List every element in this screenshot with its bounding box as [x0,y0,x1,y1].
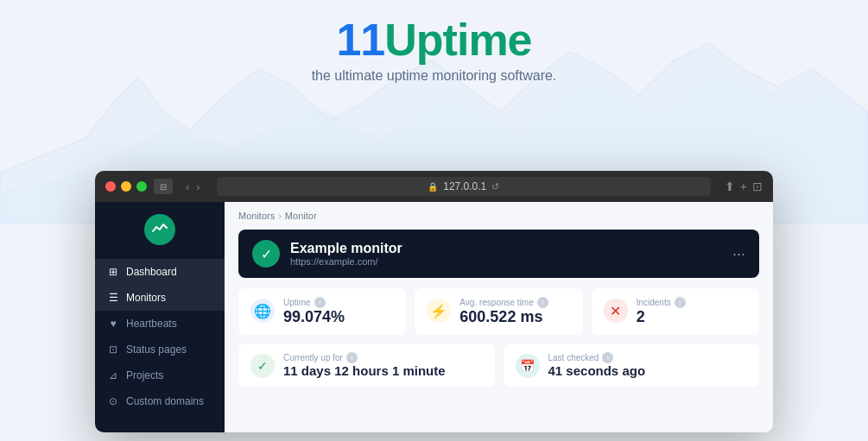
uptime-value: 99.074% [283,308,345,326]
sidebar-label-projects: Projects [126,369,163,381]
uptime-info-icon[interactable]: i [314,297,326,308]
monitor-info: Example monitor https://example.com/ [290,241,722,267]
calendar-icon-wrap: 📅 [516,354,540,378]
forward-arrow[interactable]: › [193,180,202,193]
heartbeats-icon: ♥ [107,318,119,330]
lock-icon: 🔒 [428,182,438,192]
browser-actions: ⬆ + ⊡ [725,180,763,193]
monitor-header-card: ✓ Example monitor https://example.com/ ·… [238,230,759,278]
last-checked-info-icon[interactable]: i [602,352,613,363]
currently-up-info-icon[interactable]: i [346,352,358,363]
incidents-info-icon[interactable]: i [675,297,686,308]
status-pages-icon: ⊡ [107,343,119,356]
dashboard-icon: ⊞ [107,266,119,278]
currently-up-card: ✓ Currently up for i 11 days 12 hours 1 … [238,343,495,387]
hero-subtitle: the ultimate uptime monitoring software. [312,68,557,84]
incidents-body: Incidents i 2 [637,297,686,326]
nav-arrows: ‹ › [183,180,203,193]
incidents-card: ✕ Incidents i 2 [592,288,759,335]
browser-chrome: ⊟ ‹ › 🔒 127.0.0.1 ↺ ⬆ + ⊡ [95,171,773,202]
projects-icon: ⊿ [107,369,119,381]
share-icon[interactable]: ⬆ [725,180,735,193]
minimize-button[interactable] [121,181,131,192]
response-icon-wrap: ⚡ [427,299,451,323]
sidebar-label-status-pages: Status pages [126,343,187,356]
sidebar-label-custom-domains: Custom domains [126,395,204,407]
response-card: ⚡ Avg. response time i 600.522 ms [415,288,582,335]
bolt-icon: ⚡ [430,303,447,319]
traffic-lights [105,181,147,192]
breadcrumb-parent[interactable]: Monitors [238,211,275,221]
sidebar-logo [144,214,175,245]
hero-title: 11Uptime [336,16,531,65]
custom-domains-icon: ⊙ [107,395,119,407]
sidebar-item-projects[interactable]: ⊿ Projects [95,362,225,388]
uptime-label: Uptime i [283,297,345,308]
response-body: Avg. response time i 600.522 ms [459,297,548,326]
sidebar-item-custom-domains[interactable]: ⊙ Custom domains [95,388,225,414]
uptime-icon-wrap: 🌐 [250,299,275,323]
bottom-stats: ✓ Currently up for i 11 days 12 hours 1 … [238,343,759,387]
monitor-status-icon: ✓ [252,240,280,268]
more-icon[interactable]: ⊡ [752,180,763,193]
add-tab-icon[interactable]: + [740,180,747,193]
check-icon-wrap: ✓ [250,354,275,378]
sidebar-item-monitors[interactable]: ☰ Monitors [95,285,225,311]
monitor-url: https://example.com/ [290,256,722,267]
sidebar: ⊞ Dashboard ☰ Monitors ♥ Heartbeats ⊡ St… [95,202,225,432]
browser-body: ⊞ Dashboard ☰ Monitors ♥ Heartbeats ⊡ St… [95,202,773,432]
response-label: Avg. response time i [459,297,548,308]
close-button[interactable] [105,181,116,192]
sidebar-label-monitors: Monitors [126,292,166,304]
currently-up-body: Currently up for i 11 days 12 hours 1 mi… [283,352,446,378]
incidents-value: 2 [637,308,686,326]
monitors-icon: ☰ [107,292,119,304]
breadcrumb-current: Monitor [285,211,317,221]
last-checked-label: Last checked i [548,352,646,363]
monitor-name: Example monitor [290,241,722,256]
incidents-label: Incidents i [637,297,686,308]
last-checked-card: 📅 Last checked i 41 seconds ago [504,343,760,387]
response-info-icon[interactable]: i [537,297,548,308]
browser-window: ⊟ ‹ › 🔒 127.0.0.1 ↺ ⬆ + ⊡ ⊞ [95,171,773,432]
currently-up-label: Currently up for i [283,352,446,363]
last-checked-body: Last checked i 41 seconds ago [548,352,646,378]
check-icon: ✓ [257,359,268,373]
uptime-card: 🌐 Uptime i 99.074% [238,288,406,335]
back-arrow[interactable]: ‹ [183,180,192,193]
currently-up-value: 11 days 12 hours 1 minute [283,363,446,378]
stats-grid: 🌐 Uptime i 99.074% ⚡ [238,288,759,335]
calendar-icon: 📅 [520,359,535,373]
main-content: Monitors › Monitor ✓ Example monitor htt… [225,202,773,432]
maximize-button[interactable] [136,181,147,192]
sidebar-item-heartbeats[interactable]: ♥ Heartbeats [95,311,225,337]
refresh-icon: ↺ [491,181,499,192]
hero-section: 11Uptime the ultimate uptime monitoring … [0,0,868,84]
uptime-body: Uptime i 99.074% [283,297,345,326]
globe-icon: 🌐 [254,303,271,319]
window-control: ⊟ [154,179,173,194]
last-checked-value: 41 seconds ago [548,363,646,378]
sidebar-nav: ⊞ Dashboard ☰ Monitors ♥ Heartbeats ⊡ St… [95,259,225,414]
monitor-menu-button[interactable]: ··· [732,245,745,263]
incidents-icon-wrap: ✕ [604,299,628,323]
logo-icon [151,221,168,238]
url-text: 127.0.0.1 [443,180,486,192]
sidebar-item-status-pages[interactable]: ⊡ Status pages [95,337,225,362]
breadcrumb-separator: › [278,211,282,221]
address-bar[interactable]: 🔒 127.0.0.1 ↺ [217,177,711,196]
sidebar-label-dashboard: Dashboard [126,266,177,278]
response-value: 600.522 ms [459,308,548,326]
x-icon: ✕ [610,303,621,319]
breadcrumb: Monitors › Monitor [238,211,759,221]
sidebar-item-dashboard[interactable]: ⊞ Dashboard [95,259,225,285]
sidebar-label-heartbeats: Heartbeats [126,318,177,330]
